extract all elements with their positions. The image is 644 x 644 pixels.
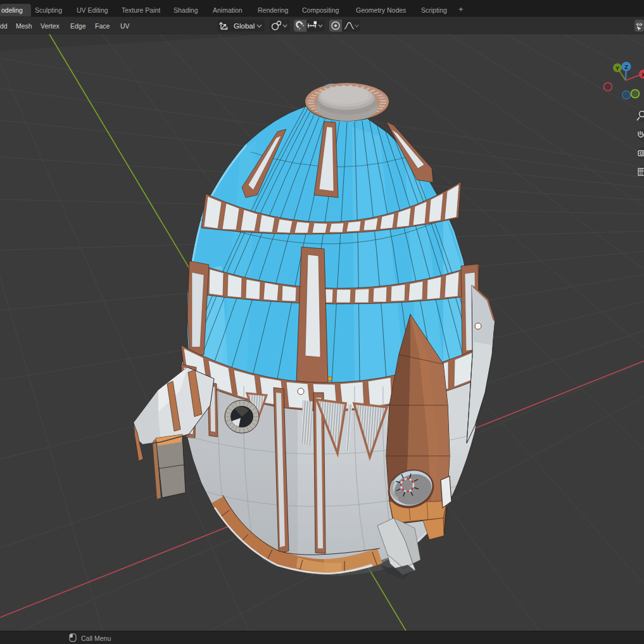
svg-text:Z: Z: [624, 64, 628, 70]
svg-text:Global: Global: [234, 22, 255, 30]
svg-text:X: X: [641, 72, 644, 78]
svg-text:Y: Y: [616, 65, 619, 72]
